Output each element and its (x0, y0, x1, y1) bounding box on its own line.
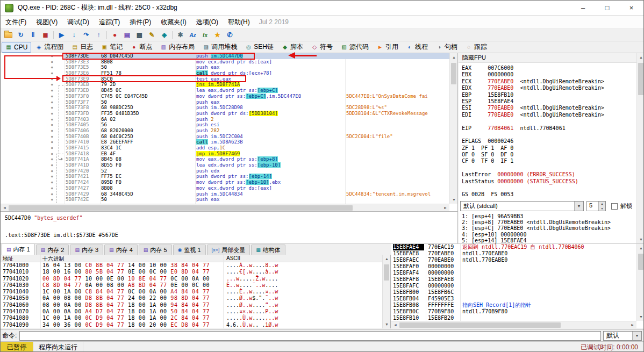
scroll-down-icon[interactable]: ▼ (383, 320, 391, 328)
tab-dump-5[interactable]: ▤内存 5 (139, 245, 172, 255)
breakpoint-dot[interactable]: ● (51, 94, 53, 99)
stack-row[interactable]: 15E8FB04F45905E3 (391, 296, 636, 302)
unlock-checkbox[interactable] (611, 203, 618, 210)
breakpoint-dot[interactable]: ● (51, 105, 53, 111)
dump-vertical-scrollbar[interactable]: ▲ ▼ (382, 255, 390, 328)
menu-debug[interactable]: 调试(D) (62, 16, 94, 29)
menu-help[interactable]: 帮助(H) (223, 16, 255, 29)
scroll-right-icon[interactable]: ► (628, 321, 636, 329)
register-line[interactable]: CF 0 TF 0 IF 1 (462, 158, 636, 164)
register-line[interactable]: ECX 770EABE0 <ntdll.DbgUiRemoteBreakin> (462, 78, 636, 85)
register-line[interactable]: EIP 770B4061 ntdll.770B4061 (462, 125, 636, 132)
tab-breakpoints[interactable]: ●断点 (127, 41, 156, 53)
breakpoint-dot[interactable]: ● (51, 168, 53, 174)
disasm-row[interactable]: ●5D8F7421FF75 ECpush dword ptr ss:[ebp-1… (1, 174, 449, 179)
stack-row[interactable]: 15E8FB0015E8FB6C (391, 289, 636, 296)
disasm-row[interactable]: ●5D8F73E38B08mov ecx,dword ptr ds:[eax] (1, 59, 449, 65)
menu-favourites[interactable]: 收藏夹(I) (156, 16, 191, 29)
breakpoint-dot[interactable]: ● (51, 128, 53, 134)
scroll-down-icon[interactable]: ▼ (637, 313, 644, 321)
stack-row[interactable]: 15E8FB08FFFFFFFE指向SEH_Record[1]的指针 (391, 302, 636, 308)
tab-notes[interactable]: ▣笔记 (97, 41, 126, 53)
patches-button[interactable]: ▩ (133, 30, 146, 40)
close-button[interactable]: × (619, 1, 643, 15)
register-line[interactable]: EFLAGS 00000246 (462, 138, 636, 145)
scrollbar-thumb[interactable] (451, 63, 456, 84)
stack-row[interactable]: 15E8FAE4770EAC19返回到 ntdll.770EAC19 自 ntd… (391, 244, 636, 250)
appearance-button[interactable]: Az (187, 30, 199, 40)
disasm-row[interactable]: ●5D8F73ED8D45 0Clea eax,dword ptr ss:[eb… (1, 88, 449, 94)
dump-row[interactable]: 770410500A 00 08 00 D8 8B 04 77 24 00 22… (1, 295, 382, 301)
scrollbar-thumb[interactable] (638, 254, 643, 270)
disasm-row[interactable]: ●5D8F741D8D55 F0lea edx,dword ptr ss:[eb… (1, 162, 449, 168)
dump-pane[interactable]: 地址 十六进制 ASCII 7704100016 04 13 00 C0 8B … (1, 255, 391, 328)
tab-dump-3[interactable]: ▤内存 3 (70, 245, 103, 255)
scroll-right-icon[interactable]: ► (441, 204, 449, 212)
scroll-up-icon[interactable]: ▲ (637, 244, 644, 252)
open-file-button[interactable] (2, 30, 15, 40)
breakpoint-dot[interactable]: ● (51, 145, 53, 151)
stack-argument-line[interactable]: 5: [esp+14] 15E8FAE4 (462, 238, 636, 243)
breakpoint-dot[interactable]: ● (51, 191, 53, 197)
scrollbar-thumb[interactable] (9, 205, 353, 211)
register-line[interactable] (462, 118, 636, 125)
command-input[interactable] (19, 331, 601, 341)
breakpoint-dot[interactable]: ● (51, 156, 53, 162)
dump-row[interactable]: 770410801C 00 1A 00 0C D9 04 77 18 00 1A… (1, 315, 382, 321)
scroll-left-icon[interactable]: ◄ (391, 321, 399, 329)
tab-call-stack[interactable]: ▨调用堆栈 (199, 41, 241, 53)
disasm-row[interactable]: ●5D8F74278B08mov ecx,dword ptr ds:[eax] (1, 185, 449, 191)
register-line[interactable]: ESI 770EABE0 <ntdll.DbgUiRemoteBreakin> (462, 105, 636, 111)
disasm-row[interactable]: ●5D8F73F750push eax (1, 99, 449, 105)
scroll-up-icon[interactable]: ▲ (383, 255, 391, 263)
breakpoint-dot[interactable]: ● (51, 111, 53, 117)
disasm-row[interactable]: ●5D8F73E550push eax (1, 64, 449, 70)
disasm-row[interactable]: ●5D8F740556push esi (1, 122, 449, 128)
restart-button[interactable]: ↻ (15, 30, 27, 40)
stack-row[interactable]: 15E8FAF815E8FAE8 (391, 276, 636, 283)
breakpoint-dot[interactable]: ● (51, 151, 53, 157)
scrollbar-thumb[interactable] (638, 63, 643, 95)
disasm-row[interactable]: ●5D8F741A8B45 08mov eax,dword ptr ss:[eb… (1, 156, 449, 162)
disassembly-pane[interactable]: ●5D8F73DE68 D047C45Dpush im.5DC447D0●5D8… (1, 53, 458, 211)
breakpoint-dot[interactable]: ● (51, 76, 53, 82)
register-line[interactable] (462, 132, 636, 138)
stack-row[interactable]: 15E8FAF000000000 (391, 263, 636, 270)
maximize-button[interactable]: □ (595, 1, 619, 15)
help-phone-button[interactable]: ✆ (224, 30, 236, 40)
tab-threads[interactable]: ◐线程 (403, 41, 432, 53)
tab-dump-4[interactable]: ▤内存 4 (104, 245, 138, 255)
register-line[interactable]: OF 0 SF 0 DF 0 (462, 152, 636, 158)
tab-handles[interactable]: ◑句柄 (432, 41, 461, 53)
register-line[interactable] (462, 165, 636, 171)
disasm-row[interactable]: ●5D8F73EB79 2Djns im.5D8F741A (1, 82, 449, 88)
breakpoint-dot[interactable]: ● (51, 185, 53, 191)
breakpoint-dot[interactable]: ● (51, 134, 53, 140)
breakpoint-dot[interactable]: ● (51, 59, 53, 65)
memory-map-button[interactable]: ▤ (121, 30, 133, 40)
stack-row[interactable]: 15E8FB0C770B9F80ntdll.770B9F80 (391, 308, 636, 315)
disasm-horizontal-scrollbar[interactable]: ◄ ► (1, 204, 449, 211)
stack-pane[interactable]: 15E8FAE4770EAC19返回到 ntdll.770EAC19 自 ntd… (391, 243, 644, 328)
minimize-button[interactable]: – (571, 1, 595, 15)
register-line[interactable]: EAX 007C6000 (462, 65, 636, 71)
tab-cpu[interactable]: ▦CPU (2, 42, 31, 53)
favourites-button[interactable]: ★ (211, 30, 224, 40)
disasm-row[interactable]: ●5D8F7418EB 4Fjmp im.5D8F7469 (1, 151, 449, 157)
hide-fpu-button[interactable]: 隐藏FPU (459, 53, 636, 63)
breakpoint-dot[interactable]: ● (51, 179, 53, 185)
tab-memory-map[interactable]: ▥内存布局 (156, 41, 198, 53)
stack-row[interactable]: 15E8FB1015E8FB20 (391, 315, 636, 321)
register-line[interactable]: EBX 00000000 (462, 71, 636, 78)
scroll-down-icon[interactable]: ▼ (450, 196, 458, 204)
tab-trace[interactable]: ◌跟踪 (462, 41, 491, 53)
preferences-button[interactable]: ✱ (174, 30, 187, 40)
stack-argument-line[interactable]: 2: [esp+8] 770EABE0 <ntdll.DbgUiRemoteBr… (462, 219, 636, 225)
menu-plugins[interactable]: 插件(P) (125, 16, 156, 29)
register-line[interactable]: LastError 00000000 (ERROR_SUCCESS) (462, 171, 636, 178)
disasm-row[interactable]: ●5D8F7410E8 26EEFAFFcall im.5D8A623B (1, 139, 449, 145)
stop-button[interactable]: ◼ (39, 30, 52, 40)
disasm-vertical-scrollbar[interactable]: ▲ ▼ (449, 53, 457, 204)
breakpoint-dot[interactable]: ● (51, 70, 53, 76)
scrollbar-thumb[interactable] (384, 264, 389, 281)
